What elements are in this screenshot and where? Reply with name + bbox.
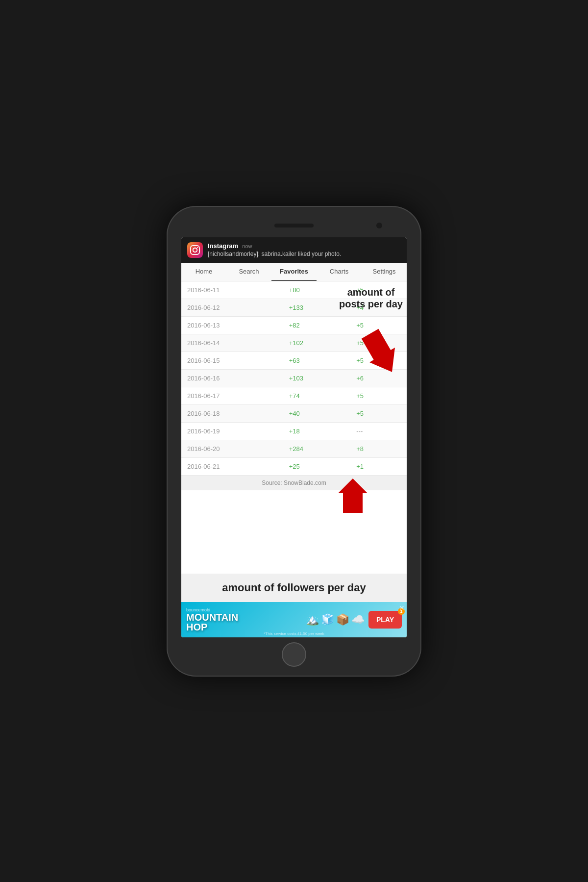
- front-camera: [376, 223, 382, 228]
- ad-brand: bouncemobi: [186, 607, 210, 612]
- tab-search[interactable]: Search: [226, 263, 271, 281]
- posts-cell: +5: [350, 316, 407, 334]
- notif-app-name: Instagram now: [208, 242, 401, 250]
- phone-bottom: [282, 642, 306, 667]
- date-cell: 2016-06-20: [181, 440, 283, 457]
- followers-annotation: amount of followers per day: [181, 574, 407, 602]
- notification-text: Instagram now [nichollsandmorley]: sabri…: [208, 242, 401, 257]
- data-table: 2016-06-11 +80 +5 2016-06-12 +133 +4 201…: [181, 281, 407, 476]
- posts-cell: +5: [350, 334, 407, 352]
- followers-cell: +82: [283, 316, 351, 334]
- posts-cell: +8: [350, 440, 407, 457]
- table-container: amount ofposts per day 2016-06-11 +80 +5: [181, 281, 407, 574]
- table-row: 2016-06-21 +25 +1: [181, 457, 407, 475]
- followers-cell: +103: [283, 369, 351, 387]
- followers-cell: +133: [283, 299, 351, 316]
- posts-cell: +5: [350, 281, 407, 299]
- posts-cell: +4: [350, 299, 407, 316]
- tab-settings[interactable]: Settings: [362, 263, 407, 281]
- posts-cell: +5: [350, 404, 407, 422]
- date-cell: 2016-06-19: [181, 422, 283, 440]
- table-row: 2016-06-19 +18 ---: [181, 422, 407, 440]
- posts-cell: +5: [350, 352, 407, 369]
- table-row: 2016-06-17 +74 +5: [181, 387, 407, 404]
- instagram-icon: [187, 242, 203, 258]
- notif-message: [nichollsandmorley]: sabrina.kailer like…: [208, 251, 401, 257]
- tab-charts[interactable]: Charts: [317, 263, 362, 281]
- notification-bar[interactable]: Instagram now [nichollsandmorley]: sabri…: [181, 237, 407, 263]
- home-button[interactable]: [282, 642, 306, 667]
- date-cell: 2016-06-18: [181, 404, 283, 422]
- date-cell: 2016-06-15: [181, 352, 283, 369]
- ad-title: MOUNTAINHOP: [186, 612, 238, 632]
- source-footer: Source: SnowBlade.com: [181, 476, 407, 490]
- table-row: 2016-06-13 +82 +5: [181, 316, 407, 334]
- followers-cell: +18: [283, 422, 351, 440]
- ad-play-button[interactable]: PLAY: [368, 611, 402, 629]
- nav-tabs: Home Search Favorites Charts Settings: [181, 263, 407, 281]
- date-cell: 2016-06-11: [181, 281, 283, 299]
- ad-close-button[interactable]: ✕: [399, 604, 405, 612]
- table-row: 2016-06-20 +284 +8: [181, 440, 407, 457]
- phone-device: Instagram now [nichollsandmorley]: sabri…: [167, 206, 421, 677]
- ad-logo-area: bouncemobi MOUNTAINHOP: [186, 607, 302, 632]
- table-row: 2016-06-12 +133 +4: [181, 299, 407, 316]
- source-text: Source: SnowBlade.com: [262, 479, 326, 486]
- table-row: 2016-06-18 +40 +5: [181, 404, 407, 422]
- table-row: 2016-06-11 +80 +5: [181, 281, 407, 299]
- svg-marker-1: [338, 479, 368, 513]
- ad-disclaimer: *This service costs £1.50 per week: [264, 631, 324, 636]
- date-cell: 2016-06-17: [181, 387, 283, 404]
- phone-top-bar: [176, 216, 412, 235]
- speaker: [274, 224, 314, 227]
- date-cell: 2016-06-21: [181, 457, 283, 475]
- followers-cell: +80: [283, 281, 351, 299]
- notif-time: now: [242, 243, 252, 249]
- dash-cell: ---: [350, 422, 407, 440]
- phone-screen: Instagram now [nichollsandmorley]: sabri…: [181, 237, 407, 637]
- followers-cell: +284: [283, 440, 351, 457]
- date-cell: 2016-06-14: [181, 334, 283, 352]
- date-cell: 2016-06-13: [181, 316, 283, 334]
- table-row: 2016-06-14 +102 +5: [181, 334, 407, 352]
- followers-cell: +74: [283, 387, 351, 404]
- posts-cell: +6: [350, 369, 407, 387]
- followers-arrow-svg: [318, 479, 368, 518]
- table-row: 2016-06-16 +103 +6: [181, 369, 407, 387]
- followers-cell: +40: [283, 404, 351, 422]
- table-row: 2016-06-15 +63 +5: [181, 352, 407, 369]
- posts-cell: +1: [350, 457, 407, 475]
- tab-home[interactable]: Home: [181, 263, 226, 281]
- followers-annotation-text: amount of followers per day: [222, 581, 366, 594]
- followers-cell: +102: [283, 334, 351, 352]
- ad-banner[interactable]: bouncemobi MOUNTAINHOP 🏔️ 🧊 📦 ☁️ PLAY ✕ …: [181, 602, 407, 637]
- date-cell: 2016-06-12: [181, 299, 283, 316]
- ad-icons: 🏔️ 🧊 📦 ☁️: [306, 613, 365, 626]
- date-cell: 2016-06-16: [181, 369, 283, 387]
- followers-cell: +25: [283, 457, 351, 475]
- tab-favorites[interactable]: Favorites: [271, 263, 317, 281]
- posts-cell: +5: [350, 387, 407, 404]
- followers-arrow: [318, 479, 368, 520]
- followers-cell: +63: [283, 352, 351, 369]
